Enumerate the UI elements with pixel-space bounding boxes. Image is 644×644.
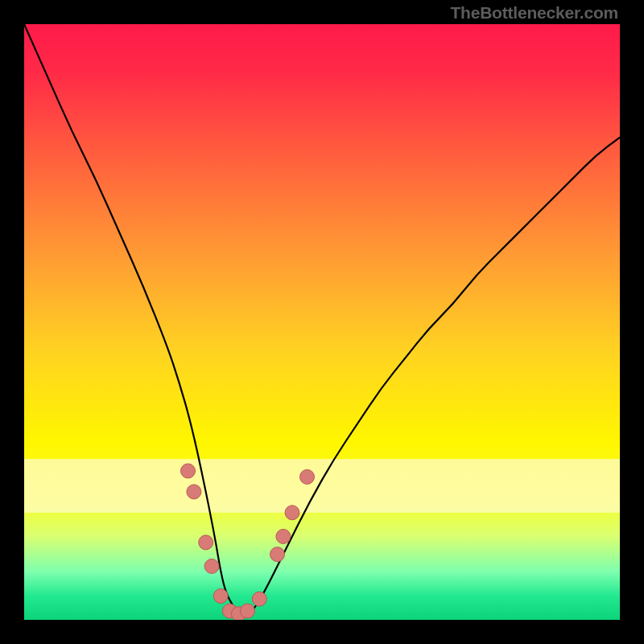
marker-dot [276,529,291,543]
marker-dot [213,588,228,603]
marker-dot [181,464,196,478]
marker-dot [204,559,219,573]
marker-dot [241,604,255,618]
gradient-background [24,24,620,620]
marker-dot [199,535,213,550]
chart-frame: TheBottlenecker.com [0,0,644,644]
marker-dot [270,547,285,562]
marker-dot [187,485,201,499]
marker-dot [285,506,299,520]
plot-area [24,24,620,620]
marker-dot [300,469,315,484]
optimal-band [24,459,620,513]
bottleneck-chart [24,24,620,620]
marker-dot [252,592,266,606]
watermark-text: TheBottlenecker.com [450,3,618,23]
